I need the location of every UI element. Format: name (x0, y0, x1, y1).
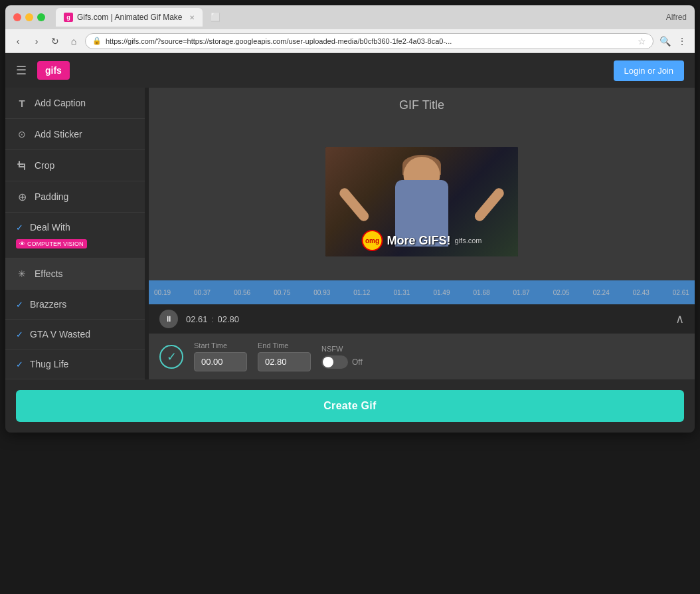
time-display: 02.61 : 02.80 (186, 314, 239, 324)
create-gif-section: Create Gif (5, 379, 695, 433)
forward-button[interactable]: › (29, 34, 44, 49)
browser-toolbar: ‹ › ↻ ⌂ 🔒 https://gifs.com/?source=https… (5, 29, 695, 53)
deal-with-label: Deal With (30, 222, 70, 233)
nsfw-toggle[interactable] (321, 355, 348, 369)
active-tab[interactable]: g Gifs.com | Animated Gif Make ✕ (56, 8, 203, 27)
svg-rect-3 (24, 163, 25, 170)
refresh-button[interactable]: ↻ (48, 34, 62, 49)
end-time-display: 02.80 (217, 314, 239, 324)
timeline-marker-9: 01.87 (513, 289, 530, 296)
hamburger-menu-button[interactable]: ☰ (16, 63, 27, 78)
maximize-window-button[interactable] (37, 13, 45, 21)
timeline-marker-1: 00.37 (194, 289, 211, 296)
app-body: ☰ gifs Login or Join T Add Caption (5, 53, 695, 433)
gif-title: GIF Title (399, 98, 444, 112)
crop-icon (16, 159, 28, 171)
search-icon[interactable]: 🔍 (657, 34, 672, 49)
sidebar-item-add-caption[interactable]: T Add Caption (5, 88, 145, 119)
arm-right (473, 186, 506, 223)
lock-icon: 🔒 (92, 37, 102, 45)
nsfw-toggle-container: Off (321, 355, 363, 369)
end-time-field: End Time (258, 342, 311, 371)
address-text: https://gifs.com/?source=https://storage… (106, 37, 634, 45)
timeline-marker-5: 01.12 (353, 289, 370, 296)
minimize-window-button[interactable] (25, 13, 33, 21)
player-bar: ⏸ 02.61 : 02.80 ∧ (149, 304, 695, 334)
sidebar-item-crop[interactable]: Crop (5, 150, 145, 181)
expand-button[interactable]: ∧ (675, 312, 684, 326)
gta-label: GTA V Wasted (30, 329, 90, 340)
nsfw-section: NSFW Off (321, 345, 363, 369)
sidebar-item-brazzers[interactable]: ✓ Brazzers (5, 290, 145, 320)
nsfw-label: NSFW (321, 345, 363, 353)
start-time-input[interactable] (194, 352, 247, 371)
time-section: Start Time End Time (194, 342, 311, 371)
new-tab[interactable]: ⬜ (205, 8, 226, 27)
timeline-marker-3: 00.75 (274, 289, 290, 296)
arm-left (337, 186, 371, 223)
toggle-state-label: Off (352, 357, 363, 367)
logo-button[interactable]: gifs (37, 61, 70, 80)
toolbar-actions: 🔍 ⋮ (657, 34, 689, 49)
menu-icon[interactable]: ⋮ (675, 34, 689, 49)
thug-check-icon: ✓ (16, 359, 23, 369)
watermark-text: gifs.com (455, 237, 482, 245)
add-caption-label: Add Caption (35, 98, 86, 108)
back-button[interactable]: ‹ (11, 34, 25, 49)
check-icon: ✓ (16, 223, 23, 233)
thug-life-label: Thug Life (30, 359, 68, 369)
cv-badge-label: COMPUTER VISION (27, 241, 84, 247)
gif-title-area: GIF Title (149, 88, 695, 123)
svg-rect-2 (17, 163, 24, 165)
end-time-input[interactable] (258, 352, 311, 371)
end-time-label: End Time (258, 342, 311, 349)
tab-close-button[interactable]: ✕ (189, 14, 195, 21)
timeline-marker-4: 00.93 (313, 289, 330, 296)
omg-badge: omg (362, 230, 383, 251)
start-time-field: Start Time (194, 342, 247, 371)
timeline-marker-7: 01.49 (433, 289, 450, 296)
timeline-marker-6: 01.31 (393, 289, 410, 296)
home-button[interactable]: ⌂ (66, 34, 81, 49)
main-preview-area: GIF Title (149, 88, 695, 379)
confirm-button[interactable]: ✓ (159, 345, 183, 369)
padding-label: Padding (35, 191, 68, 202)
toggle-knob (323, 357, 333, 367)
timeline-marker-0: 00.19 (154, 289, 171, 296)
current-time: 02.61 (186, 314, 208, 324)
cv-badge: 👁 COMPUTER VISION (16, 239, 87, 248)
add-sticker-label: Add Sticker (35, 129, 82, 140)
timeline-marker-11: 02.24 (593, 289, 610, 296)
sidebar-item-deal-with[interactable]: ✓ Deal With 👁 COMPUTER VISION (5, 213, 145, 258)
gif-overlay-text: omg More GIFS! gifs.com (362, 230, 482, 251)
star-icon[interactable]: ☆ (638, 36, 646, 47)
timeline-bar[interactable]: 00.19 00.37 00.56 00.75 00.93 01.12 01.3… (149, 280, 695, 304)
close-window-button[interactable] (13, 13, 21, 21)
crop-label: Crop (35, 160, 54, 171)
sidebar-item-thug-life[interactable]: ✓ Thug Life (5, 349, 145, 379)
sidebar-item-add-sticker[interactable]: ⊙ Add Sticker (5, 119, 145, 150)
address-bar[interactable]: 🔒 https://gifs.com/?source=https://stora… (85, 33, 654, 49)
sidebar-item-gta-v-wasted[interactable]: ✓ GTA V Wasted (5, 320, 145, 349)
pause-icon: ⏸ (165, 314, 173, 324)
brazzers-check-icon: ✓ (16, 300, 23, 310)
app-header: ☰ gifs Login or Join (5, 53, 695, 88)
timeline-marker-8: 01.68 (474, 289, 490, 296)
create-gif-button[interactable]: Create Gif (16, 390, 684, 422)
sticker-icon: ⊙ (16, 128, 28, 140)
time-separator: : (211, 314, 214, 324)
play-pause-button[interactable]: ⏸ (159, 310, 178, 328)
sidebar-item-effects[interactable]: ✳ Effects (5, 258, 145, 290)
gta-check-icon: ✓ (16, 330, 23, 340)
tab-bar: g Gifs.com | Animated Gif Make ✕ ⬜ (56, 8, 661, 27)
browser-window: g Gifs.com | Animated Gif Make ✕ ⬜ Alfre… (5, 5, 695, 433)
timeline-marker-2: 00.56 (234, 289, 250, 296)
login-button[interactable]: Login or Join (614, 60, 684, 81)
tab-title: Gifs.com | Animated Gif Make (77, 13, 183, 22)
timeline-marker-13: 02.61 (673, 289, 689, 296)
timeline-section[interactable]: 00.19 00.37 00.56 00.75 00.93 01.12 01.3… (149, 280, 695, 304)
preview-area: omg More GIFS! gifs.com (149, 123, 695, 280)
sidebar-item-padding[interactable]: ⊕ Padding (5, 181, 145, 213)
text-icon: T (16, 97, 28, 109)
timeline-marker-10: 02.05 (553, 289, 570, 296)
